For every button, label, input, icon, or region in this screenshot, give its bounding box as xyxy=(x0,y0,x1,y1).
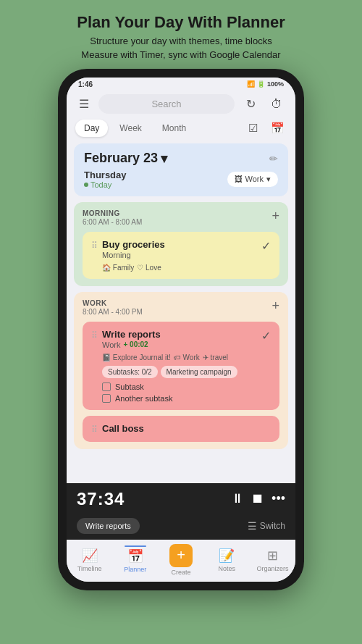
work-section-header: WORK 8:00 AM - 4:00 PM + xyxy=(83,299,279,316)
morning-task-tags: 🏠 Family ♡ Love xyxy=(102,264,257,272)
top-bar: ☰ Search ↻ ⏱ xyxy=(67,90,295,119)
calendar-icon[interactable]: 📅 xyxy=(268,119,287,138)
timer-more-icon[interactable]: ••• xyxy=(272,491,285,506)
work-task1-content: Write reports Work + 00:02 📓 Explore Jou… xyxy=(102,329,257,403)
switch-label: Switch xyxy=(260,521,285,531)
chip-campaign: Marketing campaign xyxy=(161,366,237,378)
morning-section-header: MORNING 6:00 AM - 8:00 AM + xyxy=(83,209,279,226)
work-task1-drag: ⠿ xyxy=(91,330,98,340)
bottom-nav: 📈 Timeline 📅 Planner + Create 📝 Notes ⊞ … xyxy=(67,540,295,582)
day-row: Thursday Today 🖼 Work ▾ xyxy=(84,170,278,189)
notes-icon: 📝 xyxy=(219,548,235,564)
subtask-item-1: Subtask xyxy=(102,382,257,391)
morning-add-icon[interactable]: + xyxy=(272,209,279,222)
timer-bar: 37:34 ⏸ ⏹ ••• xyxy=(67,483,295,515)
organizers-label: Organizers xyxy=(256,565,288,572)
timer-time: 37:34 xyxy=(77,489,125,509)
work-tag-journal: 📓 Explore Journal it! xyxy=(102,354,171,361)
work-task1-title: Write reports xyxy=(102,329,257,340)
work-badge-chevron: ▾ xyxy=(266,175,271,184)
app-subtitle: Structure your day with themes, time blo… xyxy=(77,35,285,61)
work-tag-work: 🏷 Work xyxy=(174,354,200,361)
today-badge: Today xyxy=(84,180,127,189)
signal-icon: 📶 xyxy=(247,80,255,88)
morning-label: MORNING xyxy=(83,209,142,217)
work-badge[interactable]: 🖼 Work ▾ xyxy=(227,172,278,187)
phone-frame: 1:46 📶 🔋 100% ☰ Search ↻ ⏱ Day Week Mont… xyxy=(58,69,304,590)
timer-stop-button[interactable]: ⏹ xyxy=(251,491,264,506)
subtask-label-1: Subtask xyxy=(115,382,144,391)
morning-task-content: Buy groceries Morning 🏠 Family ♡ Love xyxy=(102,239,257,272)
subtask-checkbox-1[interactable] xyxy=(102,382,111,391)
morning-task-check[interactable]: ✓ xyxy=(261,239,271,253)
work-task1-row: ⠿ Write reports Work + 00:02 📓 Explore J… xyxy=(91,329,271,403)
search-input[interactable]: Search xyxy=(98,94,235,114)
refresh-icon[interactable]: ↻ xyxy=(240,94,261,114)
planner-icon: 📅 xyxy=(127,548,143,564)
morning-task-card: ⠿ Buy groceries Morning 🏠 Family ♡ Love … xyxy=(83,232,279,279)
hamburger-icon[interactable]: ☰ xyxy=(75,97,93,111)
work-task1-subtitle: Work xyxy=(102,340,120,349)
nav-planner[interactable]: 📅 Planner xyxy=(112,546,158,573)
planner-active-dot xyxy=(125,545,146,547)
switch-button[interactable]: ☰ Switch xyxy=(248,520,285,532)
work-section-info: WORK 8:00 AM - 4:00 PM xyxy=(83,299,143,316)
subtask-label-2: Another subtask xyxy=(115,394,173,403)
date-chevron: ▾ xyxy=(161,151,167,167)
timer-icon[interactable]: ⏱ xyxy=(266,94,287,114)
work-task1-tags: 📓 Explore Journal it! 🏷 Work ✈ travel xyxy=(102,354,257,361)
tab-month[interactable]: Month xyxy=(153,120,195,137)
morning-drag-icon: ⠿ xyxy=(91,241,98,251)
morning-tag-family: 🏠 Family xyxy=(102,264,134,272)
work-label: WORK xyxy=(83,299,143,307)
timer-pause-button[interactable]: ⏸ xyxy=(231,491,244,506)
work-task1-check[interactable]: ✓ xyxy=(261,329,271,343)
morning-task-title: Buy groceries xyxy=(102,239,257,250)
work-section: WORK 8:00 AM - 4:00 PM + ⠿ Write reports… xyxy=(74,292,288,449)
tab-day[interactable]: Day xyxy=(75,120,108,137)
morning-tag-love: ♡ Love xyxy=(137,264,161,272)
work-badge-label: Work xyxy=(245,175,264,183)
day-info: Thursday Today xyxy=(84,170,127,189)
switch-icon: ☰ xyxy=(248,520,257,532)
planner-label: Planner xyxy=(124,566,146,573)
battery-text: 100% xyxy=(267,80,284,88)
morning-task-subtitle: Morning xyxy=(102,251,257,259)
checklist-icon[interactable]: ☑ xyxy=(243,119,262,138)
date-edit-icon[interactable]: ✏ xyxy=(269,153,278,164)
work-task1-chips: Subtasks: 0/2 Marketing campaign xyxy=(102,366,257,378)
morning-section-info: MORNING 6:00 AM - 8:00 AM xyxy=(83,209,142,226)
nav-create[interactable]: + Create xyxy=(158,544,203,576)
timeline-label: Timeline xyxy=(77,565,102,572)
subtask-item-2: Another subtask xyxy=(102,394,257,403)
app-title: Plan Your Day With Planner xyxy=(77,13,285,32)
phone-screen: 1:46 📶 🔋 100% ☰ Search ↻ ⏱ Day Week Mont… xyxy=(67,78,295,582)
nav-timeline[interactable]: 📈 Timeline xyxy=(67,548,112,572)
work-task1-timer: + 00:02 xyxy=(123,340,148,348)
subtask-checkbox-2[interactable] xyxy=(102,394,111,403)
work-badge-icon: 🖼 xyxy=(235,175,243,183)
subtask-list: Subtask Another subtask xyxy=(102,382,257,403)
timer-task-label: Write reports xyxy=(85,522,131,530)
tab-right-icons: ☑ 📅 xyxy=(243,119,287,138)
timer-task-chip[interactable]: Write reports xyxy=(77,518,140,534)
morning-task-row: ⠿ Buy groceries Morning 🏠 Family ♡ Love … xyxy=(91,239,271,272)
nav-organizers[interactable]: ⊞ Organizers xyxy=(250,548,295,572)
wifi-icon: 🔋 xyxy=(257,80,265,88)
morning-time: 6:00 AM - 8:00 AM xyxy=(83,218,142,226)
work-tag-travel: ✈ travel xyxy=(203,354,228,361)
tab-bar: Day Week Month ☑ 📅 xyxy=(67,119,295,143)
work-add-icon[interactable]: + xyxy=(272,299,279,312)
chip-subtasks: Subtasks: 0/2 xyxy=(102,366,158,378)
work-time: 8:00 AM - 4:00 PM xyxy=(83,308,143,316)
date-header: February 23 ▾ ✏ Thursday Today 🖼 xyxy=(74,143,288,196)
nav-notes[interactable]: 📝 Notes xyxy=(204,548,250,572)
work-task-card-1: ⠿ Write reports Work + 00:02 📓 Explore J… xyxy=(83,322,279,410)
day-name: Thursday xyxy=(84,170,127,180)
status-time: 1:46 xyxy=(78,80,93,88)
organizers-icon: ⊞ xyxy=(267,548,278,564)
work-task1-subtitle-row: Work + 00:02 xyxy=(102,340,257,349)
date-title: February 23 ▾ xyxy=(84,151,167,167)
tab-week[interactable]: Week xyxy=(111,120,150,137)
status-bar: 1:46 📶 🔋 100% xyxy=(67,78,295,90)
